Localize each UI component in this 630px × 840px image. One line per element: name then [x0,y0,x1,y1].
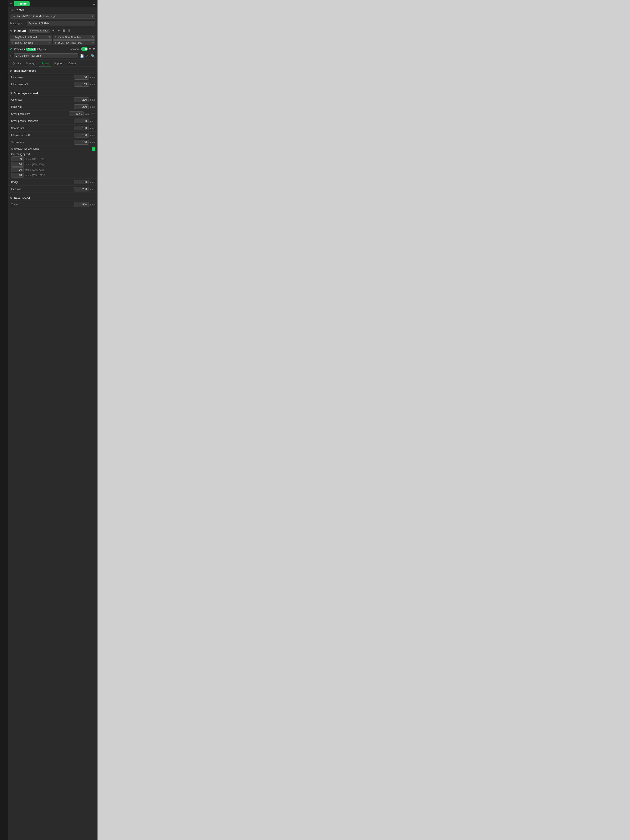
overhang-range-1: [25%, 50%) [32,163,49,166]
gap-infill-input-wrap: mm/s [74,187,95,191]
initial-layer-input[interactable] [74,75,89,80]
initial-layer-infill-input[interactable] [74,82,89,87]
sparse-infill-input-wrap: mm/s [74,126,95,130]
flushing-volumes-button[interactable]: Flushing volumes [28,29,50,33]
filament-grid: 1 PolyTerra PLA Flow R... ✎ 2 eSUN PLA+ … [8,34,98,46]
overhang-range-3: [75%, 100%] [32,174,49,177]
overhang-input-2[interactable] [11,167,24,172]
sparse-infill-row: Sparse infill mm/s [8,125,98,132]
prepare-button[interactable]: Prepare [14,1,30,6]
bridge-unit: mm/s [90,181,95,183]
filament-item-4[interactable]: 4 eSUN PLA+ Flow Rate... ✎ [53,40,95,45]
acceleration-icon: ◎ [10,212,12,213]
advance-toggle[interactable] [81,47,88,51]
overhang-row-2: mm/s [50%, 75%) [11,167,95,172]
other-layers-speed-section: ◎ Other layers speed Outer wall mm/s Inn… [8,89,98,194]
search-profile-icon[interactable]: 🔍 [90,54,95,58]
initial-layer-speed-icon: ◎ [10,69,12,72]
travel-speed-header: ◎ Travel speed [8,195,98,201]
overhang-speed-block: Overhang speed mm/s (10%, 25%) mm/s [25%… [8,152,98,178]
filament-edit-1[interactable]: ✎ [49,36,51,39]
initial-layer-speed-label: Initial layer speed [14,69,36,72]
add-filament-button[interactable]: ＋ [51,28,55,33]
tab-strength[interactable]: Strength [23,61,38,66]
profile-row: ↩ ∨ * 0.04mm HueForge 💾 ✕ 🔍 [8,52,98,60]
objects-label[interactable]: Objects [37,48,46,51]
sparse-infill-unit: mm/s [90,127,95,129]
top-surface-input[interactable] [74,140,89,145]
inner-wall-unit: mm/s [90,106,95,108]
printer-edit-icon[interactable]: ✎ [92,15,93,18]
close-profile-icon[interactable]: ✕ [85,54,89,58]
sparse-infill-input[interactable] [74,126,89,130]
grid-view-icon[interactable]: ⊞ [89,47,92,51]
overhang-input-3[interactable] [11,173,24,177]
overhang-input-1[interactable] [11,162,24,167]
overhang-unit-3: mm/s [25,174,31,177]
overhang-unit-0: mm/s [25,158,31,160]
inner-wall-row: Inner wall mm/s [8,103,98,111]
settings-gear-icon[interactable]: ⚙ [93,2,95,6]
tab-quality[interactable]: Quality [10,61,23,66]
internal-solid-infill-input[interactable] [74,133,89,137]
slow-down-overhangs-label: Slow down for overhangs [11,147,92,150]
filament-item-3[interactable]: 3 Bambu PLA Basic ✎ [10,40,52,45]
travel-input[interactable] [74,202,89,207]
undo-icon[interactable]: ↩ [10,54,13,57]
outer-wall-input[interactable] [74,97,89,102]
internal-solid-infill-label: Internal solid infill [11,134,74,137]
filament-item-1[interactable]: 1 PolyTerra PLA Flow R... ✎ [10,35,52,39]
inner-wall-input[interactable] [74,104,89,109]
outer-wall-row: Outer wall mm/s [8,96,98,103]
filament-label: Filament [14,29,26,32]
filament-edit-3[interactable]: ✎ [49,41,51,44]
outer-wall-label: Outer wall [11,98,74,101]
settings-scroll[interactable]: ◎ Initial layer speed Initial layer mm/s… [8,67,98,213]
tab-support[interactable]: Support [52,61,66,66]
small-perimeter-threshold-input[interactable] [74,118,89,123]
inner-wall-label: Inner wall [11,106,74,108]
top-surface-row: Top surface mm/s [8,139,98,146]
global-badge[interactable]: Global [26,48,36,51]
filament-name-2: eSUN PLA+ Flow Rate... [58,36,90,38]
tab-speed[interactable]: Speed [39,61,52,66]
travel-row: Travel mm/s [8,201,98,208]
overhang-input-0[interactable] [11,156,24,161]
filament-name-1: PolyTerra PLA Flow R... [15,36,47,38]
filament-edit-2[interactable]: ✎ [92,36,94,39]
printer-name-select[interactable]: Bambu Lab P1S 0.4 nozzle - HueForge ✎ [10,14,95,19]
save-profile-icon[interactable]: 💾 [79,54,84,58]
filament-gear-button[interactable]: ⚙ [67,28,71,33]
gap-infill-unit: mm/s [90,188,95,190]
top-surface-label: Top surface [11,141,74,144]
bridge-input[interactable] [74,180,89,185]
process-icon: ↺ [10,47,13,51]
home-icon[interactable]: ⌂ [10,2,12,6]
list-view-icon[interactable]: ⚙ [93,47,95,51]
tab-others[interactable]: Others [66,61,79,66]
filament-header: ⚙ Filament Flushing volumes ＋ － ⊞ ⚙ [8,27,98,34]
advance-row: Advance ⊞ ⚙ [70,47,95,51]
printer-name-row: Bambu Lab P1S 0.4 nozzle - HueForge ✎ [8,13,98,20]
slow-down-overhangs-checkbox[interactable]: ✓ [92,147,95,151]
overhang-unit-1: mm/s [25,163,31,166]
filament-options-button[interactable]: ⊞ [62,28,66,33]
profile-select[interactable]: ∨ * 0.04mm HueForge [14,53,78,58]
remove-filament-button[interactable]: － [57,28,61,33]
filament-item-2[interactable]: 2 eSUN PLA+ Flow Rate... ✎ [53,35,95,39]
small-perimeter-threshold-input-wrap: mm [74,118,95,123]
small-perimeter-threshold-label: Small perimter threshold [11,120,74,123]
printer-label: Printer [14,8,24,12]
filament-edit-4[interactable]: ✎ [92,41,94,44]
top-surface-input-wrap: mm/s [74,140,95,145]
initial-layer-infill-label: Initial layer infill [11,83,74,86]
plate-type-select[interactable]: Textured PEI Plate [27,21,95,26]
filament-name-3: Bambu PLA Basic [15,41,47,44]
gap-infill-input[interactable] [74,187,89,191]
bridge-label: Bridge [11,181,74,183]
filament-num-3: 3 [11,41,14,44]
small-perimeters-input[interactable] [69,112,84,116]
other-layers-speed-label: Other layers speed [14,92,38,95]
overhang-range-0: (10%, 25%) [32,158,49,160]
small-perimeter-threshold-unit: mm [90,120,95,122]
